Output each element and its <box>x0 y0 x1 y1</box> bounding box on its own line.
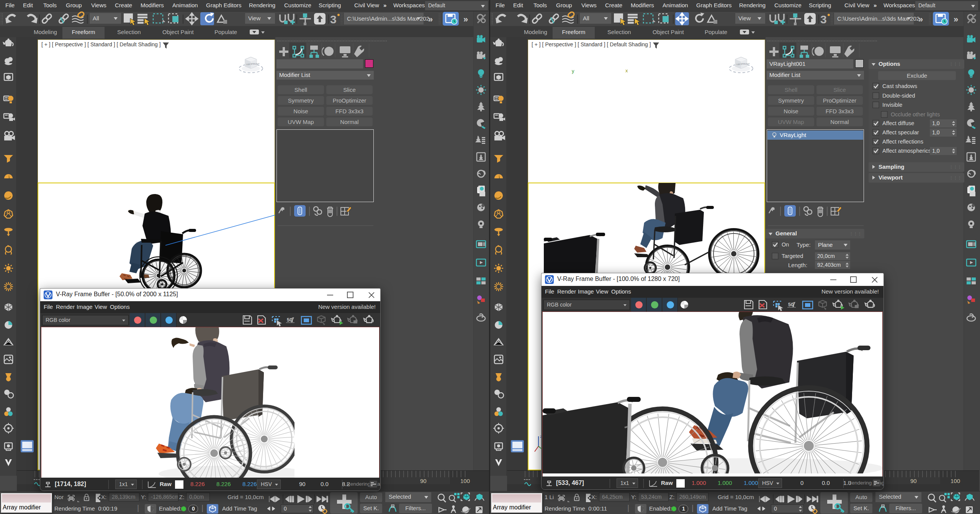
svg-text:View: View <box>738 15 751 21</box>
svg-text:FRONT: FRONT <box>742 63 750 65</box>
svg-text:»: » <box>428 15 433 24</box>
svg-text:C:\Users\Admin...s\3ds Max 202: C:\Users\Admin...s\3ds Max 202 <box>837 15 919 22</box>
svg-text:All: All <box>93 15 99 21</box>
svg-text:»: » <box>918 15 923 24</box>
svg-text:LEFT: LEFT <box>736 63 742 65</box>
svg-text:LEFT: LEFT <box>246 63 252 65</box>
svg-text:3: 3 <box>820 13 827 26</box>
svg-text:FRONT: FRONT <box>252 63 260 65</box>
svg-text:C:\Users\Admin...s\3ds Max 202: C:\Users\Admin...s\3ds Max 202 <box>347 15 429 22</box>
svg-text:View: View <box>248 15 260 21</box>
svg-text:3: 3 <box>330 13 337 26</box>
svg-text:»: » <box>463 15 468 24</box>
svg-text:»: » <box>954 15 958 24</box>
svg-text:All: All <box>583 15 589 21</box>
